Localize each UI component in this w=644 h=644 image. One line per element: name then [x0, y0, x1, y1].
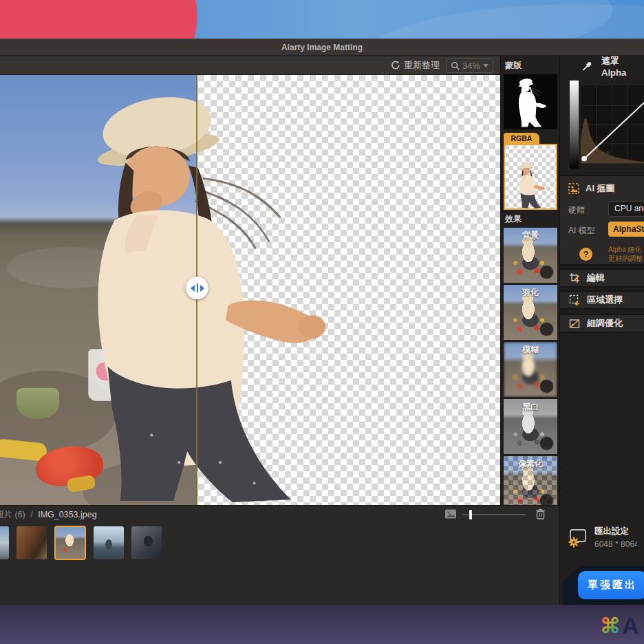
hardware-row: 硬體 CPU and — [560, 200, 644, 220]
thumbnail-size-icon — [444, 508, 457, 522]
eyedropper-icon — [582, 61, 592, 72]
thumbnail-5[interactable] — [131, 526, 162, 559]
image-canvas[interactable] — [0, 75, 500, 505]
filmstrip-panel: 圖片 (6) / IMG_0353.jpeg — [0, 505, 559, 605]
effect-toggle-dot — [539, 379, 554, 394]
mask-title: 蒙版 — [504, 56, 557, 74]
canvas-toolbar: 重新整理 34% — [0, 56, 500, 75]
rgba-cutout-preview — [514, 160, 547, 208]
hardware-value: CPU and — [614, 204, 644, 213]
section-edit[interactable]: 編輯 — [560, 268, 644, 288]
model-label: AI 模型 — [568, 225, 595, 237]
model-hint-text: Alpha 細化， 更好的調整 — [608, 245, 644, 263]
delete-image-button[interactable] — [535, 508, 546, 523]
effects-title: 效果 — [504, 210, 557, 228]
refresh-button[interactable]: 重新整理 — [390, 59, 440, 72]
curve-point-handle[interactable] — [581, 156, 587, 162]
section-region-select[interactable]: 區域選擇 — [560, 290, 644, 310]
thumbnail-4[interactable] — [94, 526, 124, 559]
trash-icon — [535, 508, 546, 520]
alpha-curve-editor[interactable]: 陰影 — [581, 78, 644, 171]
effect-blackwhite[interactable]: 黑白 — [504, 399, 557, 454]
fine-tune-icon — [569, 318, 580, 329]
export-cta-container: 單張匯出 — [563, 566, 644, 605]
model-value: AlphaSta — [613, 224, 644, 234]
arrow-right-icon — [200, 285, 204, 292]
filmstrip-header: 圖片 (6) / IMG_0353.jpeg — [0, 506, 559, 524]
export-settings-icon — [567, 527, 588, 548]
thumbnail-3-selected[interactable] — [54, 526, 86, 560]
effect-label: 背景 — [504, 230, 557, 242]
export-settings-label: 匯出設定 — [594, 526, 637, 537]
export-settings-texts: 匯出設定 6048 * 8064 P — [594, 526, 637, 549]
section-fine-tune-label: 細調優化 — [587, 317, 623, 330]
alpha-curve-panel: 陰影 — [570, 78, 644, 171]
section-region-label: 區域選擇 — [587, 294, 623, 306]
refresh-label: 重新整理 — [404, 59, 440, 72]
model-hint-row: ? Alpha 細化， 更好的調整 — [560, 244, 644, 268]
window-title: Aiarty Image Matting — [281, 43, 363, 52]
desktop-brand-logo: ⌘ A — [600, 612, 639, 639]
model-select[interactable]: AlphaSta — [608, 222, 644, 237]
slider-handle[interactable] — [469, 510, 472, 519]
ai-matting-title: AI 摳圖 — [586, 182, 615, 195]
thumbnail-1[interactable] — [0, 526, 9, 559]
alpha-title: 遮罩 Alpha — [601, 55, 644, 78]
zoom-control[interactable]: 34% — [446, 58, 493, 73]
mask-effects-strip: 蒙版 RGBA 效果 背景 羽化 — [500, 56, 559, 505]
model-row: AI 模型 AlphaSta — [560, 220, 644, 241]
region-select-icon — [569, 294, 580, 305]
rgba-tab[interactable]: RGBA — [504, 133, 539, 144]
alpha-section-header[interactable]: 遮罩 Alpha — [560, 56, 644, 76]
breadcrumb-folder[interactable]: 圖片 (6) — [0, 510, 25, 519]
hint-line-2: 更好的調整 — [608, 254, 644, 263]
rgba-label: RGBA — [511, 134, 533, 142]
right-control-panel: 遮罩 Alpha 陰影 — [559, 56, 644, 605]
breadcrumb-separator: / — [30, 510, 32, 519]
rgba-channel-thumbnail[interactable] — [504, 144, 557, 210]
curve-shadow-label: 陰影 — [601, 151, 612, 157]
desktop-wallpaper-top — [0, 0, 644, 39]
effect-toggle-dot — [539, 436, 554, 451]
hardware-label: 硬體 — [568, 204, 585, 216]
edit-crop-icon — [569, 272, 580, 283]
effect-label: 模糊 — [504, 344, 557, 356]
app-window: Aiarty Image Matting 重新整理 34% — [0, 39, 644, 604]
help-icon[interactable]: ? — [579, 248, 592, 261]
export-button-label: 單張匯出 — [588, 579, 637, 592]
section-edit-label: 編輯 — [587, 272, 605, 284]
effect-toggle-dot — [539, 322, 554, 336]
wallpaper-red-shape — [0, 0, 222, 39]
effect-background[interactable]: 背景 — [504, 228, 557, 283]
effect-feather[interactable]: 羽化 — [504, 285, 557, 340]
export-single-button[interactable]: 單張匯出 — [578, 571, 644, 599]
effect-label: 黑白 — [504, 401, 557, 413]
divider-bar-icon — [197, 283, 198, 292]
brand-letter: A — [622, 612, 639, 639]
effect-blur[interactable]: 模糊 — [504, 342, 557, 397]
alpha-gradient-strip — [570, 80, 579, 169]
thumbnail-2[interactable] — [17, 526, 47, 559]
hardware-dropdown[interactable]: CPU and — [608, 201, 644, 217]
ai-matting-header[interactable]: AI 摳圖 — [560, 176, 644, 200]
mask-silhouette — [513, 76, 548, 127]
screen: ⌘ A Aiarty Image Matting 重新整理 34% — [0, 0, 644, 644]
mask-channel-thumbnail[interactable] — [504, 74, 557, 129]
effect-label: 羽化 — [504, 287, 557, 299]
window-titlebar[interactable]: Aiarty Image Matting — [0, 39, 644, 56]
section-fine-tune[interactable]: 細調優化 — [560, 314, 644, 333]
compare-divider-handle[interactable] — [186, 277, 208, 299]
export-settings[interactable]: 匯出設定 6048 * 8064 P — [567, 526, 637, 549]
export-resolution: 6048 * 8064 P — [594, 539, 637, 549]
thumbnail-size-slider[interactable] — [462, 514, 526, 515]
arrow-left-icon — [191, 285, 195, 292]
effect-pixelate[interactable]: 像素化 — [504, 456, 557, 511]
effect-toggle-dot — [539, 265, 554, 279]
breadcrumb: 圖片 (6) / IMG_0353.jpeg — [0, 509, 97, 521]
refresh-icon — [390, 61, 400, 71]
magnifier-icon — [451, 61, 460, 70]
filmstrip-thumbnails — [0, 526, 162, 560]
zoom-value: 34% — [462, 61, 480, 71]
breadcrumb-filename: IMG_0353.jpeg — [38, 510, 96, 519]
hint-line-1: Alpha 細化， — [608, 245, 644, 254]
